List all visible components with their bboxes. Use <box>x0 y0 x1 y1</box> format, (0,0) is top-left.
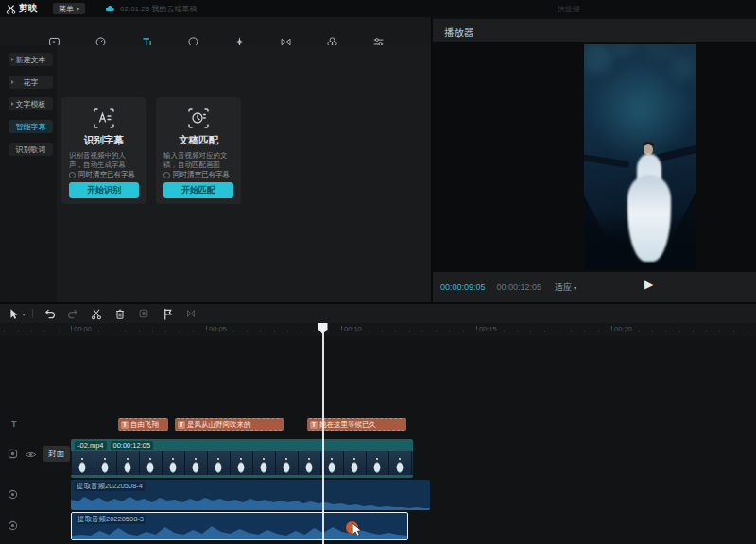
chevron-down-icon: ▾ <box>574 284 576 291</box>
subtitle-clip[interactable]: T 是风从山野间吹来的 <box>175 418 284 431</box>
cloud-icon <box>104 4 115 13</box>
recognize-subtitle-icon <box>92 106 116 130</box>
card-description: 识别音视频中的人声，自动生成字幕 <box>69 151 139 169</box>
subtitle-clip-label: 她在这里等候已久 <box>319 420 376 430</box>
playhead-line[interactable] <box>322 323 324 544</box>
titlebar: 剪映 菜单 ▾ 02:01:28 我的云端草稿 快捷键 <box>0 0 756 17</box>
ruler-label: 00:05 <box>209 325 227 333</box>
sidebar-item-label: 识别歌词 <box>16 144 46 155</box>
subtitle-clip-label: 是风从山野间吹来的 <box>187 420 251 430</box>
timeline-toolbar: ▾ <box>0 304 756 323</box>
mute-track-icon[interactable] <box>8 449 18 459</box>
card-title: 识别字幕 <box>61 134 146 147</box>
ruler-tick <box>71 326 72 330</box>
ruler-tick <box>341 326 342 330</box>
caret-right-icon <box>11 58 14 61</box>
clear-existing-checkbox[interactable]: 同时清空已有字幕 <box>69 170 135 179</box>
current-time: 00:00:09:05 <box>440 282 486 292</box>
sidebar-item-label: 花字 <box>24 77 39 88</box>
video-filmstrip <box>71 451 413 475</box>
subtitle-clip-label: 自由飞翔 <box>130 420 159 430</box>
text-sidebar: 新建文本 花字 文字模板 智能字幕 识别歌词 <box>0 45 57 302</box>
ruler-tick <box>206 326 207 330</box>
model-dress <box>627 175 671 262</box>
sidebar-item-label: 智能字幕 <box>16 122 46 132</box>
menu-button[interactable]: 菜单 ▾ <box>53 3 85 14</box>
app-logo-text: 剪映 <box>19 2 38 15</box>
card-title: 文稿匹配 <box>156 134 241 147</box>
text-clip-badge-icon: T <box>310 421 318 429</box>
shortcut-button[interactable]: 快捷键 <box>558 4 580 14</box>
video-clip[interactable]: -02.mp4 00:00:12:05 <box>71 439 413 478</box>
eye-visibility-icon[interactable] <box>25 450 37 459</box>
fit-dropdown[interactable]: 适应 ▾ <box>555 281 576 294</box>
audio-clip[interactable]: 提取音频20220508-4 <box>71 480 430 510</box>
video-clip-header: -02.mp4 00:00:12:05 <box>71 439 413 451</box>
clear-existing-checkbox[interactable]: 同时清空已有字幕 <box>163 170 230 179</box>
subtitle-clip[interactable]: T 自由飞翔 <box>118 418 168 431</box>
recognize-subtitle-card: 识别字幕 识别音视频中的人声，自动生成字幕 同时清空已有字幕 开始识别 <box>61 97 146 204</box>
delete-button[interactable] <box>112 307 128 320</box>
audio-track-icon[interactable] <box>8 520 18 531</box>
smart-subtitle-panel: 识别字幕 识别音视频中的人声，自动生成字幕 同时清空已有字幕 开始识别 文稿匹配… <box>57 45 431 302</box>
audio-clip-label: 提取音频20220508-4 <box>75 482 145 491</box>
audio-clip-label: 提取音频20220508-3 <box>76 515 146 524</box>
mouse-cursor-icon <box>352 522 363 537</box>
text-clip-badge-icon: T <box>121 421 129 429</box>
text-clip-badge-icon: T <box>178 421 185 429</box>
video-clip-name: -02.mp4 <box>75 441 107 450</box>
app-logo-icon <box>6 4 16 14</box>
total-time: 00:00:12:05 <box>497 282 542 292</box>
menu-button-label: 菜单 <box>59 4 74 14</box>
sidebar-item-recognize-lyrics[interactable]: 识别歌词 <box>9 143 53 156</box>
select-tool-caret-icon[interactable]: ▾ <box>20 307 27 320</box>
chevron-down-icon: ▾ <box>77 6 79 12</box>
checkbox-label: 同时清空已有字幕 <box>173 170 230 179</box>
checkbox-circle-icon <box>69 172 76 178</box>
video-preview[interactable] <box>584 44 696 269</box>
player-controls: 00:00:09:05 00:00:12:05 适应 ▾ ▶ <box>433 272 756 302</box>
freeze-frame-button[interactable] <box>136 307 151 320</box>
audio-track-icon[interactable] <box>8 489 18 500</box>
tabbar: 媒体 音频 文本 贴纸 特效 转场 滤镜 调节 <box>0 17 431 45</box>
player-panel-title: 播放器 <box>444 26 474 40</box>
player-panel: 播放器 00:00:09:05 00:00:12:05 适应 ▾ ▶ <box>433 19 756 302</box>
redo-button[interactable] <box>65 307 80 320</box>
timeline-ruler[interactable]: 00:00 00:05 00:10 00:15 00:20 <box>0 323 756 336</box>
ruler-label: 00:20 <box>614 325 632 333</box>
start-match-button[interactable]: 开始匹配 <box>163 182 233 198</box>
text-track-icon: T <box>11 419 17 429</box>
video-clip-footer <box>71 475 413 478</box>
sidebar-item-text-template[interactable]: 文字模板 <box>9 97 53 110</box>
start-recognize-button[interactable]: 开始识别 <box>69 182 139 198</box>
select-tool-button[interactable] <box>6 307 21 320</box>
audio-waveform <box>71 491 430 510</box>
split-button[interactable] <box>89 307 104 320</box>
draft-status: 02:01:28 我的云端草稿 <box>120 4 197 14</box>
ruler-label: 00:00 <box>74 325 92 333</box>
fit-label: 适应 <box>555 281 572 294</box>
play-button[interactable]: ▶ <box>644 278 653 291</box>
cover-button[interactable]: 封面 <box>43 446 70 462</box>
script-match-icon <box>186 106 211 130</box>
timeline-tracks: T 封面 T 自由飞翔 T 是风从山野间吹来的 T 她在这里等候已久 -02.m… <box>0 336 756 544</box>
sidebar-item-smart-subtitle[interactable]: 智能字幕 <box>9 120 53 133</box>
checkbox-label: 同时清空已有字幕 <box>78 170 135 179</box>
toolbar-divider <box>32 309 33 318</box>
sidebar-item-label: 文字模板 <box>16 99 46 110</box>
sidebar-item-label: 新建文本 <box>16 55 46 65</box>
ruler-tick <box>611 326 612 330</box>
card-description: 输入音视频对应的文稿，自动匹配画面 <box>163 151 233 169</box>
caret-right-icon <box>11 80 14 84</box>
caret-right-icon <box>11 102 14 106</box>
video-viewport <box>433 42 756 272</box>
ruler-label: 00:15 <box>479 325 497 333</box>
sidebar-item-new-text[interactable]: 新建文本 <box>9 53 53 66</box>
video-clip-duration: 00:00:12:05 <box>111 441 154 450</box>
undo-button[interactable] <box>42 307 57 320</box>
script-match-card: 文稿匹配 输入音视频对应的文稿，自动匹配画面 同时清空已有字幕 开始匹配 <box>156 97 241 204</box>
sidebar-item-fancy-text[interactable]: 花字 <box>9 76 53 89</box>
checkbox-circle-icon <box>163 172 170 178</box>
mark-flag-button[interactable] <box>160 307 175 320</box>
mirror-button[interactable] <box>183 307 198 320</box>
